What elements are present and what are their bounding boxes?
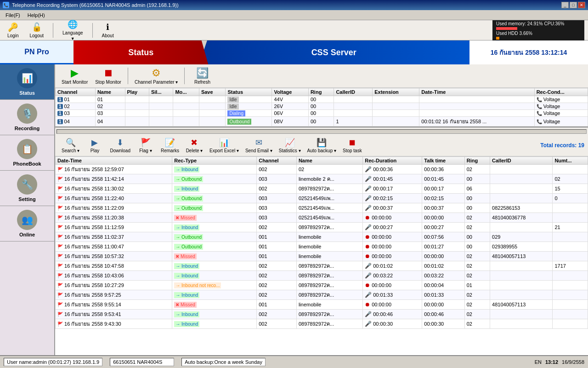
recording-row[interactable]: 🚩 16 กันยายน 2558 11:30:02 → Inbound 002…	[56, 184, 588, 194]
rec-datetime-cell: 🚩 16 กันยายน 2558 10:43:06	[56, 271, 172, 281]
datetime-cell: 00:01:02 16 กันยายน 2558 ...	[419, 117, 534, 126]
recording-row[interactable]: 🚩 16 กันยายน 2558 11:02:37 → Outbound 00…	[56, 232, 588, 242]
recording-row[interactable]: 🚩 16 กันยายน 2558 10:43:06 → Inbound 002…	[56, 271, 588, 281]
sidebar-item-setting[interactable]: 🔧 Setting	[0, 171, 54, 206]
horizontal-scrollbar[interactable]	[55, 127, 588, 135]
channel-table: Channel Name Play Sil... Mo... Save Stat…	[55, 88, 588, 126]
recording-row[interactable]: 🚩 16 กันยายน 2558 9:43:30 → Inbound 002 …	[56, 319, 588, 329]
rec-channel-cell: 003	[257, 194, 297, 203]
rec-channel-cell: 002	[257, 223, 297, 232]
sidebar-item-recording[interactable]: 🎙️ Recording	[0, 100, 54, 135]
rec-duration-cell: 🎤 00:02:15	[363, 194, 422, 203]
search-button[interactable]: 🔍 Search ▾	[59, 137, 82, 154]
recording-row[interactable]: 🚩 16 กันยายน 2558 9:55:14 ✖ Missed 001 l…	[56, 300, 588, 310]
toolbar-separator-1	[53, 23, 53, 38]
send-email-button[interactable]: ✉ Send Email ▾	[243, 137, 275, 154]
header-banner: PN Pro Status CSS Server 16 กันยายน 2558…	[0, 40, 588, 64]
download-button[interactable]: ⬇ Download	[107, 137, 133, 154]
minimize-button[interactable]: _	[561, 2, 569, 8]
col-channel: Channel	[56, 88, 96, 96]
maximize-button[interactable]: □	[570, 2, 577, 8]
rec-num-cell	[553, 319, 588, 329]
rec-num-cell	[553, 290, 588, 300]
recording-table-wrap[interactable]: Date-Time Rec-Type Channel Name Rec-Dura…	[55, 156, 588, 355]
col-sil: Sil...	[149, 88, 173, 96]
rec-duration-cell: 🎤 00:00:17	[363, 184, 422, 194]
recording-row[interactable]: 🚩 16 กันยายน 2558 12:59:07 → Inbound 002…	[56, 165, 588, 174]
delete-icon: ✖	[191, 138, 198, 148]
export-excel-button[interactable]: 📊 Export Excel ▾	[207, 137, 242, 154]
close-button[interactable]: ✕	[578, 2, 585, 8]
save-cell	[199, 117, 226, 126]
auto-backup-button[interactable]: 💾 Auto backup ▾	[305, 137, 339, 154]
monitor-row[interactable]: 1 04 04 Outbound 08V 00 1 00:01:02 16 กั…	[56, 117, 588, 126]
stop-task-button[interactable]: ⏹ Stop task	[340, 137, 365, 154]
rec-col-name: Name	[296, 157, 362, 165]
rec-duration-cell: 🎤 00:00:27	[363, 223, 422, 232]
monitor-row[interactable]: 1 03 03 Dialing 06V 00 📞 Voltage	[56, 110, 588, 117]
ch-cell: 1 02	[56, 103, 96, 110]
ch-cell: 1 01	[56, 96, 96, 103]
rec-name-cell: 025214549แพ...	[296, 194, 362, 203]
about-button[interactable]: ℹ About	[98, 21, 118, 39]
language-button[interactable]: 🌐 Language ▼	[59, 18, 87, 42]
rec-channel-cell: 002	[257, 184, 297, 194]
recording-row[interactable]: 🚩 16 กันยายน 2558 11:22:09 → Outbound 00…	[56, 203, 588, 213]
delete-button[interactable]: ✖ Delete ▾	[183, 137, 206, 154]
voltage-cell: 44V	[272, 96, 308, 103]
sidebar-item-status[interactable]: 📊 Status	[0, 64, 54, 100]
help-menu[interactable]: Help(H)	[24, 12, 49, 19]
locale-info: EN	[535, 359, 542, 365]
reccond-cell: 📞 Voltage	[534, 103, 588, 110]
refresh-button[interactable]: 🔄 Refresh	[188, 66, 216, 86]
play-cell	[125, 117, 149, 126]
recording-row[interactable]: 🚩 16 กันยายน 2558 11:20:38 ✖ Missed 003 …	[56, 213, 588, 223]
monitor-row[interactable]: 1 02 02 Idle 26V 00 📞 Voltage	[56, 103, 588, 110]
date-display: 16/9/2558	[562, 359, 584, 365]
extension-cell	[373, 110, 419, 117]
file-menu[interactable]: File(F)	[2, 12, 24, 19]
col-reccond: Rec-Cond...	[534, 88, 588, 96]
recording-row[interactable]: 🚩 16 กันยายน 2558 11:22:40 → Outbound 00…	[56, 194, 588, 203]
recording-row[interactable]: 🚩 16 กันยายน 2558 9:57:25 → Inbound 002 …	[56, 290, 588, 300]
recording-row[interactable]: 🚩 16 กันยายน 2558 10:27:29 → Inbound not…	[56, 281, 588, 290]
export-icon: 📊	[219, 138, 229, 148]
rec-callerid-cell	[490, 223, 553, 232]
recording-row[interactable]: 🚩 16 กันยายน 2558 11:00:47 → Outbound 00…	[56, 242, 588, 252]
statistics-icon: 📈	[285, 138, 295, 148]
login-button[interactable]: 🔑 Login	[4, 21, 22, 39]
rec-duration-cell: ⏺ 00:00:00	[363, 242, 422, 252]
backup-icon: 💾	[317, 138, 327, 148]
search-icon: 🔍	[66, 138, 76, 148]
sidebar-label-online: Online	[19, 232, 35, 237]
sidebar-item-online[interactable]: 👥 Online	[0, 206, 54, 242]
recording-row[interactable]: 🚩 16 กันยายน 2558 11:12:59 → Inbound 002…	[56, 223, 588, 232]
monitor-separator	[128, 68, 128, 84]
recording-row[interactable]: 🚩 16 กันยายน 2558 10:57:32 ✖ Missed 001 …	[56, 252, 588, 261]
play-button[interactable]: ▶ Play	[83, 137, 106, 154]
sidebar-label-phonebook: PhoneBook	[13, 161, 41, 167]
monitor-row[interactable]: 1 01 01 Idle 44V 00 📞 Voltage	[56, 96, 588, 103]
recording-row[interactable]: 🚩 16 กันยายน 2558 10:47:58 → Inbound 002…	[56, 261, 588, 271]
save-cell	[199, 103, 226, 110]
rec-type-cell: → Outbound	[172, 232, 257, 242]
rec-callerid-cell: 029389955	[490, 242, 553, 252]
callerid-cell	[334, 96, 373, 103]
stop-monitor-button[interactable]: ⏹ Stop Monitor	[92, 66, 124, 86]
rec-callerid-cell	[490, 165, 553, 174]
statistics-button[interactable]: 📈 Statistics ▾	[276, 137, 304, 154]
start-monitor-button[interactable]: ▶ Start Monitor	[59, 66, 90, 86]
rec-name-cell: 0897892972ค...	[296, 184, 362, 194]
logout-button[interactable]: 🔓 Logout	[26, 21, 47, 39]
remarks-button[interactable]: 📝 Remarks	[158, 137, 182, 154]
ch-cell: 1 03	[56, 110, 96, 117]
channel-parameter-button[interactable]: ⚙ Channel Parameter ▾	[132, 66, 181, 86]
reccond-cell: 📞 Voltage	[534, 117, 588, 126]
flag-button[interactable]: 🚩 Flag ▾	[134, 137, 157, 154]
rec-num-cell: 02	[553, 174, 588, 184]
recording-row[interactable]: 🚩 16 กันยายน 2558 11:42:14 → Outbound 00…	[56, 174, 588, 184]
sidebar-item-phonebook[interactable]: 📋 PhoneBook	[0, 135, 54, 171]
recording-row[interactable]: 🚩 16 กันยายน 2558 9:53:41 → Inbound 002 …	[56, 310, 588, 319]
rec-channel-cell: 001	[257, 300, 297, 310]
rec-callerid-cell: 481040057113	[490, 252, 553, 261]
